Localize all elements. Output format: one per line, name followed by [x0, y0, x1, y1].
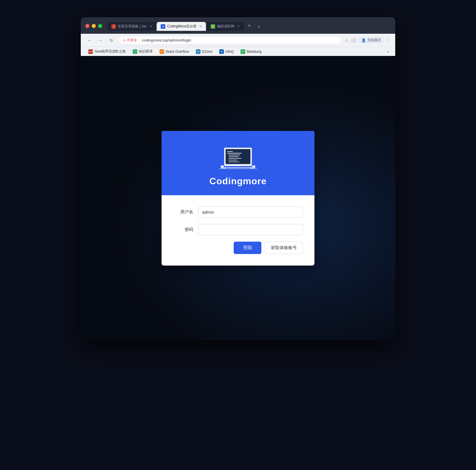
- login-button[interactable]: 登陆: [234, 242, 261, 254]
- card-header: Codingmore: [162, 131, 314, 195]
- incognito-face-icon: 👤: [361, 38, 366, 42]
- password-label: 密码: [173, 227, 193, 232]
- bookmark-zsxq-icon: ◯: [133, 49, 137, 54]
- svg-rect-10: [228, 160, 237, 161]
- svg-rect-14: [250, 168, 254, 169]
- form-actions: 登陆 获取体验账号: [173, 242, 303, 254]
- username-row: 用户名: [173, 206, 303, 218]
- tab-3-label: 编程进阶网: [217, 24, 234, 29]
- tab-3[interactable]: 🐱 编程进阶网 ✕: [207, 22, 244, 31]
- address-box[interactable]: ⚠ 不安全 codingmore.top/admin/#/login: [118, 36, 342, 44]
- bookmark-zsxq[interactable]: ◯ 知识星球: [130, 48, 155, 55]
- bookmark-baeldung[interactable]: B Baeldung: [238, 48, 264, 55]
- card-body: 用户名 密码 登陆 获取体验账号: [162, 198, 314, 266]
- bookmark-baeldung-icon: B: [241, 49, 245, 54]
- bookmark-dzone[interactable]: DZ DZone: [193, 48, 215, 55]
- bookmarks-more-button[interactable]: »: [385, 49, 391, 54]
- insecure-label: 不安全: [127, 38, 137, 43]
- page-content: Codingmore 用户名 密码 登陆 获取体验账号: [81, 56, 395, 340]
- title-bar: J 安装宝塔面板 | Jav ✕ ● CodingMore后台管 ✕ 🐱 编程进…: [81, 17, 395, 34]
- browser-window: J 安装宝塔面板 | Jav ✕ ● CodingMore后台管 ✕ 🐱 编程进…: [81, 17, 395, 340]
- incognito-button[interactable]: 👤 无痕模式: [359, 37, 384, 44]
- bookmark-dzone-label: DZone: [202, 50, 212, 54]
- tab-3-close[interactable]: ✕: [237, 25, 240, 28]
- incognito-label: 无痕模式: [367, 38, 381, 43]
- bookmark-so-icon: SO: [160, 49, 164, 54]
- svg-rect-7: [228, 155, 240, 155]
- address-url[interactable]: codingmore.top/admin/#/login: [142, 38, 338, 42]
- bookmark-dzone-icon: DZ: [196, 49, 200, 54]
- bookmark-stackoverflow[interactable]: SO Stack Overflow: [157, 48, 192, 55]
- bookmark-infoq[interactable]: iQ InfoQ: [216, 48, 237, 55]
- warning-icon: ⚠: [123, 38, 126, 42]
- back-button[interactable]: ←: [85, 36, 93, 44]
- bookmark-infoq-label: InfoQ: [225, 50, 234, 54]
- title-bar-top: J 安装宝塔面板 | Jav ✕ ● CodingMore后台管 ✕ 🐱 编程进…: [85, 21, 391, 31]
- tab-1-close[interactable]: ✕: [149, 25, 152, 28]
- bookmark-java-icon: Java: [88, 49, 93, 54]
- svg-rect-13: [222, 168, 226, 169]
- bookmark-baeldung-label: Baeldung: [247, 50, 261, 54]
- new-tab-button[interactable]: +: [244, 21, 254, 31]
- tab-2-close[interactable]: ✕: [199, 25, 202, 28]
- username-label: 用户名: [173, 209, 193, 215]
- svg-rect-5: [227, 151, 233, 152]
- bookmark-stackoverflow-label: Stack Overflow: [166, 50, 189, 54]
- refresh-button[interactable]: ↻: [107, 36, 115, 44]
- maximize-button[interactable]: [98, 24, 102, 28]
- more-options-icon[interactable]: ⋮: [386, 38, 391, 43]
- close-button[interactable]: [85, 24, 89, 28]
- login-card: Codingmore 用户名 密码 登陆 获取体验账号: [162, 131, 314, 266]
- forward-button[interactable]: →: [96, 36, 104, 44]
- tab-2-icon: ●: [161, 24, 165, 29]
- bookmarks-bar: Java Java程序员进阶之路 ◯ 知识星球 SO Stack Overflo…: [81, 47, 395, 56]
- address-bar-row: ← → ↻ ⚠ 不安全 codingmore.top/admin/#/login…: [81, 34, 395, 47]
- password-row: 密码: [173, 224, 303, 235]
- trial-button[interactable]: 获取体验账号: [265, 242, 303, 254]
- traffic-lights: [85, 24, 102, 28]
- bookmark-java-label: Java程序员进阶之路: [94, 49, 126, 54]
- tab-3-icon: 🐱: [211, 24, 215, 29]
- svg-rect-1: [224, 166, 252, 167]
- password-input[interactable]: [198, 224, 303, 235]
- svg-rect-8: [228, 156, 239, 157]
- cast-icon[interactable]: ⬜: [351, 38, 356, 43]
- svg-rect-11: [228, 161, 239, 162]
- card-divider: [162, 195, 314, 195]
- svg-rect-9: [228, 158, 241, 159]
- bookmark-zsxq-label: 知识星球: [139, 49, 153, 54]
- tab-1-icon: J: [111, 24, 116, 29]
- tab-1-label: 安装宝塔面板 | Jav: [118, 24, 147, 29]
- tab-1[interactable]: J 安装宝塔面板 | Jav ✕: [107, 22, 156, 31]
- bookmark-java[interactable]: Java Java程序员进阶之路: [85, 48, 129, 55]
- laptop-illustration: [218, 142, 258, 171]
- tab-2[interactable]: ● CodingMore后台管 ✕: [157, 22, 206, 31]
- tab-2-label: CodingMore后台管: [167, 24, 196, 29]
- username-input[interactable]: [198, 206, 303, 218]
- insecure-badge: ⚠ 不安全: [123, 38, 140, 43]
- address-actions: ☆ ⬜ 👤 无痕模式 ⋮: [345, 37, 391, 44]
- bookmark-infoq-icon: iQ: [219, 49, 224, 54]
- tabs-container: J 安装宝塔面板 | Jav ✕ ● CodingMore后台管 ✕ 🐱 编程进…: [107, 21, 391, 31]
- brand-title: Codingmore: [209, 176, 267, 187]
- svg-rect-6: [227, 153, 241, 154]
- tab-overflow-button[interactable]: ∨: [255, 22, 263, 31]
- bookmark-star-icon[interactable]: ☆: [345, 38, 348, 43]
- minimize-button[interactable]: [92, 24, 96, 28]
